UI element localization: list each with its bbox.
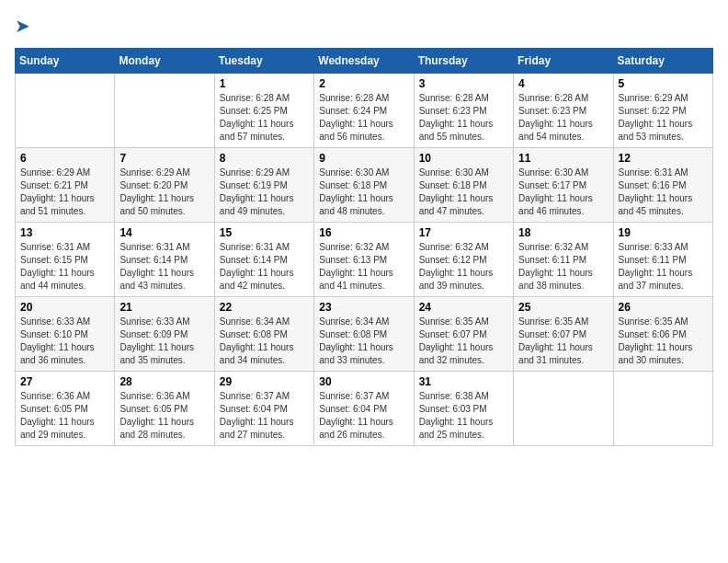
day-info: Sunrise: 6:31 AMSunset: 6:16 PMDaylight:…	[619, 167, 708, 218]
calendar-cell: 4Sunrise: 6:28 AMSunset: 6:23 PMDaylight…	[514, 74, 613, 148]
day-number: 29	[220, 375, 309, 388]
day-number: 12	[619, 152, 708, 165]
day-number: 19	[619, 226, 708, 239]
calendar-header-row: SundayMondayTuesdayWednesdayThursdayFrid…	[16, 49, 713, 74]
calendar-cell: 31Sunrise: 6:38 AMSunset: 6:03 PMDayligh…	[414, 372, 513, 446]
day-number: 4	[518, 77, 608, 90]
day-info: Sunrise: 6:31 AMSunset: 6:14 PMDaylight:…	[220, 241, 309, 293]
calendar-cell: 2Sunrise: 6:28 AMSunset: 6:24 PMDaylight…	[314, 74, 414, 148]
day-number: 9	[319, 152, 408, 165]
day-number: 7	[119, 152, 209, 165]
day-info: Sunrise: 6:35 AMSunset: 6:07 PMDaylight:…	[419, 316, 508, 367]
calendar-cell: 29Sunrise: 6:37 AMSunset: 6:04 PMDayligh…	[214, 372, 313, 446]
calendar-cell: 13Sunrise: 6:31 AMSunset: 6:15 PMDayligh…	[16, 223, 115, 297]
calendar-cell	[613, 372, 712, 446]
day-number: 10	[419, 152, 508, 165]
day-info: Sunrise: 6:33 AMSunset: 6:10 PMDaylight:…	[20, 316, 109, 367]
day-info: Sunrise: 6:37 AMSunset: 6:04 PMDaylight:…	[319, 390, 408, 442]
day-info: Sunrise: 6:30 AMSunset: 6:18 PMDaylight:…	[419, 167, 508, 218]
logo-text: ➤	[15, 15, 30, 37]
day-number: 14	[119, 226, 209, 239]
day-number: 2	[319, 77, 408, 90]
day-info: Sunrise: 6:37 AMSunset: 6:04 PMDaylight:…	[220, 390, 309, 442]
day-info: Sunrise: 6:28 AMSunset: 6:23 PMDaylight:…	[419, 92, 508, 144]
day-info: Sunrise: 6:36 AMSunset: 6:05 PMDaylight:…	[119, 390, 209, 442]
calendar-cell	[514, 372, 613, 446]
day-number: 16	[319, 226, 408, 239]
day-info: Sunrise: 6:35 AMSunset: 6:06 PMDaylight:…	[619, 316, 708, 367]
day-info: Sunrise: 6:29 AMSunset: 6:21 PMDaylight:…	[20, 167, 109, 218]
day-info: Sunrise: 6:29 AMSunset: 6:20 PMDaylight:…	[119, 167, 209, 218]
calendar-cell: 24Sunrise: 6:35 AMSunset: 6:07 PMDayligh…	[414, 297, 513, 372]
calendar-cell: 30Sunrise: 6:37 AMSunset: 6:04 PMDayligh…	[314, 372, 414, 446]
calendar-cell: 6Sunrise: 6:29 AMSunset: 6:21 PMDaylight…	[16, 148, 115, 223]
day-info: Sunrise: 6:34 AMSunset: 6:08 PMDaylight:…	[319, 316, 408, 367]
calendar-cell: 3Sunrise: 6:28 AMSunset: 6:23 PMDaylight…	[414, 74, 513, 148]
day-number: 22	[220, 301, 309, 314]
day-info: Sunrise: 6:31 AMSunset: 6:15 PMDaylight:…	[20, 241, 109, 293]
calendar-body: 1Sunrise: 6:28 AMSunset: 6:25 PMDaylight…	[16, 74, 713, 446]
calendar-cell: 26Sunrise: 6:35 AMSunset: 6:06 PMDayligh…	[613, 297, 712, 372]
day-number: 23	[319, 301, 408, 314]
day-info: Sunrise: 6:33 AMSunset: 6:11 PMDaylight:…	[619, 241, 708, 293]
day-info: Sunrise: 6:29 AMSunset: 6:19 PMDaylight:…	[220, 167, 309, 218]
day-number: 3	[419, 77, 508, 90]
day-info: Sunrise: 6:31 AMSunset: 6:14 PMDaylight:…	[119, 241, 209, 293]
calendar-cell	[16, 74, 115, 148]
calendar-cell: 11Sunrise: 6:30 AMSunset: 6:17 PMDayligh…	[514, 148, 613, 223]
header: ➤	[15, 15, 713, 37]
day-number: 24	[419, 301, 508, 314]
day-number: 27	[20, 375, 109, 388]
calendar-cell: 15Sunrise: 6:31 AMSunset: 6:14 PMDayligh…	[214, 223, 313, 297]
weekday-header: Wednesday	[314, 49, 414, 74]
day-number: 17	[419, 226, 508, 239]
calendar-cell: 14Sunrise: 6:31 AMSunset: 6:14 PMDayligh…	[115, 223, 214, 297]
weekday-header: Sunday	[16, 49, 115, 74]
day-number: 26	[619, 301, 708, 314]
day-info: Sunrise: 6:28 AMSunset: 6:25 PMDaylight:…	[220, 92, 309, 144]
calendar-cell: 1Sunrise: 6:28 AMSunset: 6:25 PMDaylight…	[214, 74, 313, 148]
day-number: 13	[20, 226, 109, 239]
day-number: 11	[518, 152, 608, 165]
calendar-cell: 23Sunrise: 6:34 AMSunset: 6:08 PMDayligh…	[314, 297, 414, 372]
day-number: 28	[119, 375, 209, 388]
weekday-header: Monday	[115, 49, 214, 74]
day-info: Sunrise: 6:36 AMSunset: 6:05 PMDaylight:…	[20, 390, 109, 442]
day-info: Sunrise: 6:28 AMSunset: 6:24 PMDaylight:…	[319, 92, 408, 144]
calendar-cell: 28Sunrise: 6:36 AMSunset: 6:05 PMDayligh…	[115, 372, 214, 446]
day-info: Sunrise: 6:32 AMSunset: 6:11 PMDaylight:…	[518, 241, 608, 293]
day-number: 8	[220, 152, 309, 165]
day-number: 25	[518, 301, 608, 314]
calendar-cell: 21Sunrise: 6:33 AMSunset: 6:09 PMDayligh…	[115, 297, 214, 372]
calendar-week-row: 1Sunrise: 6:28 AMSunset: 6:25 PMDaylight…	[16, 74, 713, 148]
calendar-cell: 17Sunrise: 6:32 AMSunset: 6:12 PMDayligh…	[414, 223, 513, 297]
calendar-cell: 8Sunrise: 6:29 AMSunset: 6:19 PMDaylight…	[214, 148, 313, 223]
calendar-week-row: 6Sunrise: 6:29 AMSunset: 6:21 PMDaylight…	[16, 148, 713, 223]
calendar-week-row: 20Sunrise: 6:33 AMSunset: 6:10 PMDayligh…	[16, 297, 713, 372]
day-info: Sunrise: 6:35 AMSunset: 6:07 PMDaylight:…	[518, 316, 608, 367]
logo-bird-icon: ➤	[15, 16, 30, 36]
day-number: 20	[20, 301, 109, 314]
weekday-header: Tuesday	[214, 49, 313, 74]
day-info: Sunrise: 6:32 AMSunset: 6:13 PMDaylight:…	[319, 241, 408, 293]
day-info: Sunrise: 6:34 AMSunset: 6:08 PMDaylight:…	[220, 316, 309, 367]
day-info: Sunrise: 6:30 AMSunset: 6:18 PMDaylight:…	[319, 167, 408, 218]
calendar-cell	[115, 74, 214, 148]
weekday-header: Thursday	[414, 49, 513, 74]
day-info: Sunrise: 6:29 AMSunset: 6:22 PMDaylight:…	[619, 92, 708, 144]
day-info: Sunrise: 6:32 AMSunset: 6:12 PMDaylight:…	[419, 241, 508, 293]
day-number: 31	[419, 375, 508, 388]
day-number: 18	[518, 226, 608, 239]
calendar-week-row: 13Sunrise: 6:31 AMSunset: 6:15 PMDayligh…	[16, 223, 713, 297]
calendar-cell: 18Sunrise: 6:32 AMSunset: 6:11 PMDayligh…	[514, 223, 613, 297]
day-info: Sunrise: 6:28 AMSunset: 6:23 PMDaylight:…	[518, 92, 608, 144]
day-number: 5	[619, 77, 708, 90]
calendar-cell: 27Sunrise: 6:36 AMSunset: 6:05 PMDayligh…	[16, 372, 115, 446]
day-info: Sunrise: 6:30 AMSunset: 6:17 PMDaylight:…	[518, 167, 608, 218]
calendar-cell: 20Sunrise: 6:33 AMSunset: 6:10 PMDayligh…	[16, 297, 115, 372]
calendar-cell: 7Sunrise: 6:29 AMSunset: 6:20 PMDaylight…	[115, 148, 214, 223]
calendar-cell: 22Sunrise: 6:34 AMSunset: 6:08 PMDayligh…	[214, 297, 313, 372]
calendar-cell: 19Sunrise: 6:33 AMSunset: 6:11 PMDayligh…	[613, 223, 712, 297]
day-info: Sunrise: 6:38 AMSunset: 6:03 PMDaylight:…	[419, 390, 508, 442]
day-number: 6	[20, 152, 109, 165]
